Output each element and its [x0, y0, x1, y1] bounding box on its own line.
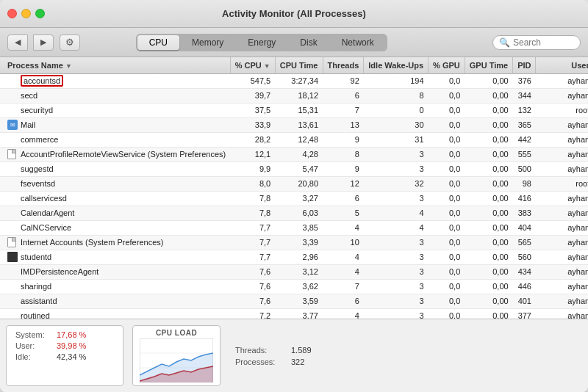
close-button[interactable] — [7, 9, 17, 18]
process-table-container: Process Name ▼ % CPU ▼ CPU Time Threads … — [0, 57, 588, 319]
table-cell: 7 — [323, 103, 364, 117]
table-cell: ayhan — [536, 161, 588, 176]
table-cell: root — [536, 103, 588, 117]
table-row[interactable]: ✉Mail33,913,6113300,00,00365ayhan — [0, 117, 588, 132]
table-row[interactable]: commerce28,212,489310,00,00442ayhan — [0, 132, 588, 147]
process-name-text: callservicesd — [21, 194, 67, 203]
table-row[interactable]: sharingd7,63,62730,00,00446ayhan — [0, 279, 588, 294]
table-row[interactable]: routined7,23,77430,00,00377ayhan — [0, 308, 588, 319]
tab-disk[interactable]: Disk — [288, 35, 329, 50]
table-cell: 0,0 — [429, 147, 465, 161]
process-name-text: studentd — [21, 253, 51, 261]
table-cell: 3 — [364, 294, 429, 308]
search-box[interactable]: 🔍 — [492, 35, 581, 50]
table-cell: root — [536, 176, 588, 191]
tab-memory[interactable]: Memory — [180, 35, 235, 50]
table-cell: 37,5 — [230, 103, 275, 117]
table-cell: 0,00 — [465, 73, 512, 88]
process-name-text: assistantd — [21, 297, 57, 305]
traffic-lights — [7, 9, 45, 18]
table-cell: 13,61 — [275, 117, 323, 132]
col-header-idle-wakeups[interactable]: Idle Wake-Ups — [364, 57, 429, 73]
table-cell: 7,2 — [230, 308, 275, 319]
table-row[interactable]: CalendarAgent7,86,03540,00,00383ayhan — [0, 206, 588, 220]
table-row[interactable]: fseventsd8,020,8012320,00,0098root — [0, 176, 588, 191]
table-cell: 7,7 — [230, 235, 275, 250]
table-cell: 376 — [513, 73, 536, 88]
sort-icon-cpu: ▼ — [264, 62, 270, 70]
table-row[interactable]: callservicesd7,83,27630,00,00416ayhan — [0, 191, 588, 206]
col-header-pid[interactable]: PID — [513, 57, 536, 73]
search-input[interactable] — [513, 37, 579, 48]
process-icon — [7, 149, 18, 159]
process-name-text: IMDPersistenceAgent — [21, 267, 98, 276]
table-row[interactable]: securityd37,515,31700,00,00132root — [0, 103, 588, 117]
col-header-gpu-pct[interactable]: % GPU — [429, 57, 465, 73]
process-name-cell: callservicesd — [0, 192, 230, 206]
process-name-cell: accountsd — [0, 74, 230, 88]
table-cell: 4 — [323, 264, 364, 279]
table-cell: 7,8 — [230, 191, 275, 206]
process-name-cell: CalNCService — [0, 221, 230, 235]
process-name-cell: CalendarAgent — [0, 206, 230, 220]
table-cell: 365 — [513, 117, 536, 132]
table-cell: 7,6 — [230, 279, 275, 294]
gear-button[interactable]: ⚙ — [60, 35, 80, 51]
table-cell: 377 — [513, 308, 536, 319]
table-cell: 3 — [364, 191, 429, 206]
table-row[interactable]: secd39,718,12680,00,00344ayhan — [0, 88, 588, 103]
table-cell: 2,96 — [275, 250, 323, 264]
table-cell: ayhan — [536, 220, 588, 235]
process-name-text: securityd — [21, 106, 53, 115]
col-header-user[interactable]: User — [536, 57, 588, 73]
tab-network[interactable]: Network — [330, 35, 386, 50]
table-cell: 8 — [364, 88, 429, 103]
back-button[interactable]: ◀ — [7, 35, 28, 51]
col-header-threads[interactable]: Threads — [323, 57, 364, 73]
maximize-button[interactable] — [35, 9, 45, 18]
process-name-cell: routined — [0, 309, 230, 319]
forward-button[interactable]: ▶ — [33, 35, 54, 51]
table-cell: 0,00 — [465, 308, 512, 319]
table-cell: 33,9 — [230, 117, 275, 132]
table-row[interactable]: AccountProfileRemoteViewService (System … — [0, 147, 588, 161]
table-cell: ayhan — [536, 132, 588, 147]
table-cell: 547,5 — [230, 73, 275, 88]
table-cell: 3,62 — [275, 279, 323, 294]
col-header-cpu-pct[interactable]: % CPU ▼ — [230, 57, 275, 73]
table-cell: 0,00 — [465, 206, 512, 220]
table-cell: 9,9 — [230, 161, 275, 176]
cpu-load-chart-panel: CPU LOAD — [132, 325, 220, 386]
process-icon: ✉ — [7, 120, 18, 130]
tab-energy[interactable]: Energy — [236, 35, 287, 50]
table-row[interactable]: accountsd547,53:27,34921940,00,00376ayha… — [0, 73, 588, 88]
col-header-cpu-time[interactable]: CPU Time — [275, 57, 323, 73]
table-cell: 0,0 — [429, 220, 465, 235]
table-cell: 500 — [513, 161, 536, 176]
minimize-button[interactable] — [21, 9, 31, 18]
search-icon: 🔍 — [499, 37, 510, 48]
table-cell: 0,00 — [465, 88, 512, 103]
table-row[interactable]: IMDPersistenceAgent7,63,12430,00,00434ay… — [0, 264, 588, 279]
col-header-gpu-time[interactable]: GPU Time — [465, 57, 512, 73]
table-row[interactable]: CalNCService7,73,85440,00,00404ayhan — [0, 220, 588, 235]
table-cell: 442 — [513, 132, 536, 147]
table-cell: 0,00 — [465, 191, 512, 206]
col-header-process-name[interactable]: Process Name ▼ — [0, 57, 230, 73]
table-cell: 0,0 — [429, 308, 465, 319]
tab-cpu[interactable]: CPU — [137, 35, 179, 50]
table-row[interactable]: studentd7,72,96430,00,00560ayhan — [0, 250, 588, 264]
table-row[interactable]: assistantd7,63,59630,00,00401ayhan — [0, 294, 588, 308]
table-cell: ayhan — [536, 308, 588, 319]
table-cell: 12 — [323, 176, 364, 191]
table-cell: 12,48 — [275, 132, 323, 147]
table-cell: 0,00 — [465, 294, 512, 308]
table-row[interactable]: suggestd9,95,47930,00,00500ayhan — [0, 161, 588, 176]
system-stat-value: 17,68 % — [57, 330, 86, 339]
table-cell: ayhan — [536, 235, 588, 250]
sort-icon: ▼ — [65, 62, 72, 70]
table-row[interactable]: Internet Accounts (System Preferences)7,… — [0, 235, 588, 250]
table-cell: 0 — [364, 103, 429, 117]
table-cell: 0,00 — [465, 250, 512, 264]
table-cell: 194 — [364, 73, 429, 88]
